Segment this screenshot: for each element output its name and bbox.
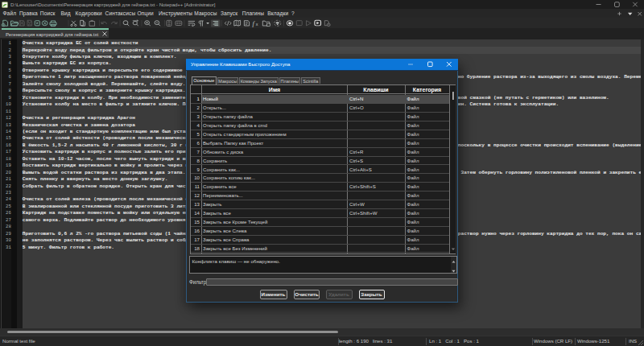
svg-text:x: x — [256, 23, 258, 27]
